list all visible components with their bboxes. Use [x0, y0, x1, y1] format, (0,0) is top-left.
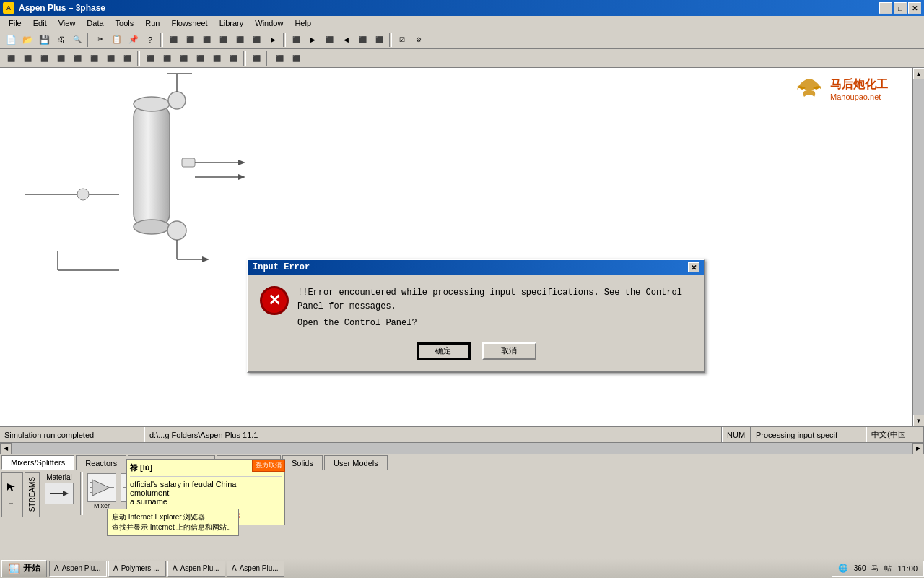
input-error-dialog[interactable]: Input Error ✕ ✕ !!Error encountered whil… [247, 259, 705, 373]
scroll-down-button[interactable]: ▼ [913, 415, 925, 426]
status-locale: 中文(中国 [866, 427, 924, 442]
menu-run[interactable]: Run [139, 17, 165, 29]
menu-library[interactable]: Library [214, 17, 250, 29]
tb-btn-19[interactable]: ⚙ [411, 32, 427, 48]
tb-btn-13[interactable]: ▶ [305, 32, 321, 48]
tb2-btn-13[interactable]: ⬛ [209, 51, 225, 66]
taskbar-btn-4[interactable]: A Aspen Plu... [227, 561, 284, 577]
tray-icon-post[interactable]: 帖 [884, 564, 892, 574]
menu-flowsheet[interactable]: Flowsheet [165, 17, 213, 29]
tb2-btn-12[interactable]: ⬛ [192, 51, 208, 66]
tray-icon-mahoupao[interactable]: 马 [871, 564, 879, 574]
dialog-body: ✕ !!Error encountered while processing i… [248, 275, 704, 337]
watermark: 马后炮化工 Mahoupao.net [767, 69, 912, 109]
tooltip-word: 禄 [lù] [130, 462, 152, 473]
tb-btn-6[interactable]: ⬛ [182, 32, 198, 48]
svg-point-13 [77, 189, 89, 200]
tab-user-models[interactable]: User Models [324, 455, 388, 470]
tb-btn-15[interactable]: ◀ [338, 32, 354, 48]
menu-view[interactable]: View [53, 17, 82, 29]
taskbar-btn-1[interactable]: A Aspen Plu... [49, 561, 107, 577]
tab-solids[interactable]: Solids [282, 455, 323, 470]
tb2-btn-6[interactable]: ⬛ [86, 51, 102, 66]
maximize-button[interactable]: □ [894, 2, 907, 14]
tb-btn-11[interactable]: ▶ [265, 32, 281, 48]
tb2-btn-3[interactable]: ⬛ [36, 51, 52, 66]
dialog-confirm-button[interactable]: 确定 [417, 342, 471, 360]
cut-button[interactable]: ✂ [92, 32, 108, 48]
print-preview-button[interactable]: 🔍 [69, 32, 85, 48]
right-scrollbar[interactable]: ▲ ▼ [912, 68, 924, 426]
tb2-btn-4[interactable]: ⬛ [53, 51, 69, 66]
tb-btn-8[interactable]: ⬛ [215, 32, 231, 48]
status-bar: Simulation run completed d:\...g Folders… [0, 426, 924, 442]
tb-btn-18[interactable]: ☑ [394, 32, 410, 48]
menu-tools[interactable]: Tools [110, 17, 140, 29]
tab-reactors[interactable]: Reactors [76, 455, 126, 470]
copy-button[interactable]: 📋 [109, 32, 125, 48]
menu-data[interactable]: Data [81, 17, 109, 29]
tb-btn-5[interactable]: ⬛ [165, 32, 181, 48]
dialog-cancel-button[interactable]: 取消 [482, 342, 536, 360]
menu-help[interactable]: Help [289, 17, 317, 29]
scroll-left-button[interactable]: ◀ [0, 443, 12, 454]
tb2-btn-7[interactable]: ⬛ [103, 51, 118, 66]
svg-marker-11 [238, 174, 245, 180]
scroll-up-button[interactable]: ▲ [913, 68, 925, 79]
tb2-btn-5[interactable]: ⬛ [69, 51, 85, 66]
tb-btn-10[interactable]: ⬛ [248, 32, 264, 48]
material-stream-button[interactable]: → [4, 496, 18, 510]
tb2-btn-2[interactable]: ⬛ [19, 51, 35, 66]
tb2-btn-14[interactable]: ⬛ [225, 51, 241, 66]
svg-marker-19 [7, 483, 15, 491]
tab-mixers-splitters[interactable]: Mixers/Splitters [1, 455, 74, 470]
tb-btn-12[interactable]: ⬛ [288, 32, 304, 48]
tb2-btn-8[interactable]: ⬛ [119, 51, 135, 66]
toolbar1: 📄 📂 💾 🖨 🔍 ✂ 📋 📌 ? ⬛ ⬛ ⬛ ⬛ ⬛ ⬛ ▶ ⬛ ▶ ⬛ ◀ … [0, 30, 924, 49]
close-button[interactable]: ✕ [908, 2, 921, 14]
menu-edit[interactable]: Edit [27, 17, 53, 29]
tb2-stream-btn[interactable]: ⬛ [271, 51, 287, 66]
tb2-btn-9[interactable]: ⬛ [142, 51, 158, 66]
tb2-btn-10[interactable]: ⬛ [159, 51, 175, 66]
tb-btn-16[interactable]: ⬛ [354, 32, 370, 48]
separator1 [87, 33, 90, 47]
help-cursor-button[interactable]: ? [142, 32, 158, 48]
system-time: 11:00 [897, 564, 918, 573]
dialog-close-button[interactable]: ✕ [688, 262, 699, 272]
h-scroll-track[interactable] [12, 443, 912, 454]
open-button[interactable]: 📂 [19, 32, 35, 48]
taskbar-btn-2[interactable]: A Polymers ... [108, 561, 166, 577]
menu-window[interactable]: Window [249, 17, 289, 29]
streams-label: STREAMS [28, 477, 36, 512]
tb2-btn-1[interactable]: ⬛ [3, 51, 19, 66]
tb-btn-7[interactable]: ⬛ [199, 32, 214, 48]
dialog-message: !!Error encountered while processing inp… [297, 286, 692, 331]
scroll-track[interactable] [913, 79, 925, 415]
print-button[interactable]: 🖨 [53, 32, 69, 48]
material-stream-icon[interactable] [45, 483, 74, 504]
tb-btn-9[interactable]: ⬛ [232, 32, 248, 48]
tb2-mode-btn[interactable]: ⬛ [248, 51, 264, 66]
canvas-area[interactable]: 马后炮化工 Mahoupao.net [0, 68, 912, 426]
minimize-button[interactable]: _ [879, 2, 892, 14]
tray-icon-360[interactable]: 360 [854, 564, 866, 572]
h-scrollbar[interactable]: ◀ ▶ [0, 442, 924, 454]
tb-btn-17[interactable]: ⬛ [371, 32, 387, 48]
tb-btn-14[interactable]: ⬛ [321, 32, 337, 48]
new-button[interactable]: 📄 [3, 32, 19, 48]
dialog-buttons: 确定 取消 [248, 337, 704, 371]
svg-point-1 [134, 97, 170, 111]
tb2-btn-11[interactable]: ⬛ [175, 51, 191, 66]
tb2-zoom-btn[interactable]: ⬛ [288, 51, 304, 66]
start-button[interactable]: 🪟 开始 [1, 560, 47, 577]
select-mode-button[interactable] [4, 480, 18, 494]
tray-icon-ie[interactable]: 🌐 [838, 564, 848, 573]
save-button[interactable]: 💾 [36, 32, 52, 48]
taskbar-btn-3[interactable]: A Aspen Plu... [167, 561, 225, 577]
menu-file[interactable]: File [3, 17, 27, 29]
menu-bar: File Edit View Data Tools Run Flowsheet … [0, 16, 924, 30]
scroll-right-button[interactable]: ▶ [912, 443, 924, 454]
paste-button[interactable]: 📌 [126, 32, 141, 48]
tooltip-close-button[interactable]: 强力取消 [252, 460, 285, 472]
